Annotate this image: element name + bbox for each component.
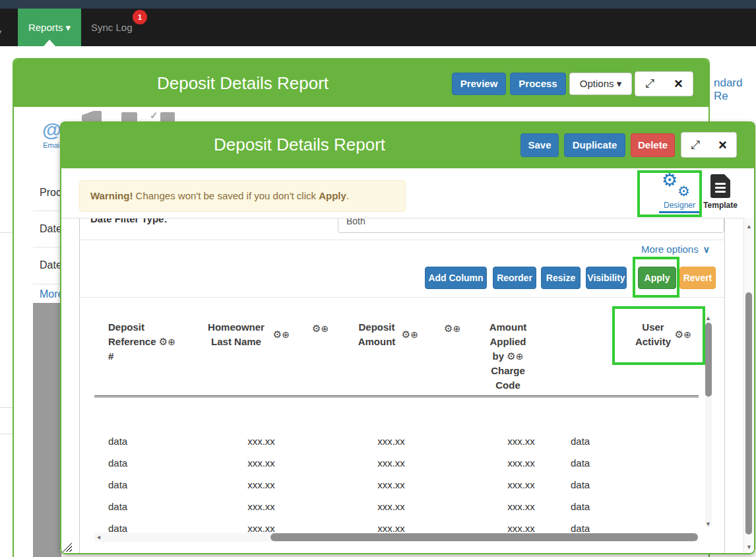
expand-icon[interactable]: ⤢	[645, 77, 654, 90]
table-cell: xxx.xx	[228, 500, 294, 513]
table-body: dataxxx.xxxxx.xxxxx.xxdatadataxxx.xxxxx.…	[61, 218, 743, 553]
separator	[33, 211, 63, 211]
file-line	[715, 187, 726, 189]
tab-designer[interactable]: Designer	[658, 201, 701, 210]
caret-down-icon: ▾	[66, 22, 71, 33]
scroll-down-icon[interactable]: ▼	[705, 521, 711, 527]
screen: ▾ Reports ▾ Sync Log 1 ndard Re Deposit …	[0, 0, 756, 557]
warning-prefix: Warning!	[90, 190, 133, 201]
delete-button[interactable]: Delete	[631, 133, 675, 157]
table-cell: data	[108, 435, 127, 448]
table-cell: data	[571, 500, 590, 513]
options-dropdown-button[interactable]: Options ▾	[569, 73, 632, 95]
designer-gear-icon[interactable]: ⚙	[662, 172, 677, 189]
separator	[33, 247, 63, 247]
separator	[33, 284, 63, 284]
top-title-bar	[0, 0, 756, 9]
page-line	[0, 407, 13, 408]
options-label: Options	[580, 78, 614, 89]
table-cell: xxx.xx	[358, 500, 424, 513]
background-standard-reports-link[interactable]: ndard Re	[714, 77, 756, 103]
inner-report-modal: Deposit Details Report Save Duplicate De…	[60, 121, 755, 554]
nav-tab-sync-log[interactable]: Sync Log	[91, 9, 133, 46]
active-tab-notch	[44, 40, 55, 46]
table-cell: data	[108, 457, 127, 470]
inner-window-controls: ⤢ ×	[681, 132, 737, 158]
inner-modal-header: Deposit Details Report Save Duplicate De…	[60, 121, 755, 168]
scroll-up-icon[interactable]: ▲	[705, 315, 711, 321]
table-vertical-scrollbar-thumb[interactable]	[705, 323, 712, 397]
main-navbar: ▾ Reports ▾ Sync Log 1	[0, 9, 756, 46]
table-cell: xxx.xx	[358, 478, 424, 492]
outer-field-label-date1: Date	[40, 223, 62, 235]
table-cell: xxx.xx	[488, 478, 554, 492]
outer-modal-header: Deposit Details Report Preview Process O…	[14, 59, 709, 107]
process-button[interactable]: Process	[510, 73, 566, 95]
email-at-icon[interactable]: @	[42, 119, 61, 141]
file-line	[715, 183, 726, 185]
outer-gray-panel	[33, 303, 61, 557]
table-row: dataxxx.xxxxx.xxxxx.xxdata	[61, 500, 743, 513]
table-cell: xxx.xx	[228, 478, 294, 492]
file-fold-shadow	[724, 175, 729, 180]
scroll-down-icon[interactable]: ▼	[746, 544, 752, 550]
table-row: dataxxx.xxxxx.xxxxx.xxdata	[61, 457, 743, 470]
designer-active-underline	[659, 211, 700, 213]
table-cell: xxx.xx	[228, 435, 294, 448]
table-cell: xxx.xx	[358, 457, 424, 470]
duplicate-button[interactable]: Duplicate	[564, 133, 625, 157]
nav-tab-reports[interactable]: Reports ▾	[18, 9, 81, 46]
table-cell: xxx.xx	[358, 435, 424, 448]
nav-caret-icon[interactable]: ▾	[0, 27, 2, 37]
table-cell: data	[571, 478, 590, 492]
reports-label: Reports	[28, 22, 63, 33]
page-line	[0, 434, 13, 434]
designer-gear-icon-small[interactable]: ⚙	[677, 184, 690, 198]
file-line	[715, 191, 726, 193]
warning-body: Changes won't be saved if you don't clic…	[133, 190, 319, 201]
table-row: dataxxx.xxxxx.xxxxx.xxdata	[61, 435, 743, 448]
caret-down-icon: ▾	[617, 78, 622, 89]
table-cell: xxx.xx	[488, 435, 554, 448]
table-cell: data	[571, 435, 590, 448]
sync-log-badge: 1	[133, 10, 147, 24]
table-cell: data	[108, 478, 127, 492]
table-cell: xxx.xx	[488, 500, 554, 513]
inner-modal-title: Deposit Details Report	[60, 121, 539, 168]
modal-vertical-scrollbar-thumb[interactable]	[745, 292, 752, 535]
tab-template[interactable]: Template	[701, 201, 740, 210]
table-row: dataxxx.xxxxx.xxxxx.xxdata	[61, 478, 743, 492]
table-cell: xxx.xx	[488, 457, 554, 470]
close-icon[interactable]: ×	[718, 137, 727, 154]
close-icon[interactable]: ×	[674, 75, 683, 92]
table-cell: data	[108, 500, 127, 513]
scroll-up-icon[interactable]: ▲	[746, 223, 752, 230]
preview-button[interactable]: Preview	[452, 73, 506, 95]
warning-suffix: .	[346, 190, 349, 201]
outer-modal-title: Deposit Details Report	[14, 59, 472, 107]
table-cell: data	[571, 457, 590, 470]
save-button[interactable]: Save	[520, 133, 559, 157]
template-file-icon[interactable]	[710, 174, 730, 198]
expand-icon[interactable]: ⤢	[691, 139, 700, 152]
page-line	[0, 232, 13, 233]
outer-field-label-process: Proc	[40, 187, 61, 199]
table-horizontal-scrollbar-thumb[interactable]	[270, 533, 698, 541]
table-cell: xxx.xx	[228, 457, 294, 470]
scroll-left-icon[interactable]: ◄	[96, 534, 102, 541]
outer-window-controls: ⤢ ×	[635, 71, 693, 96]
outer-field-label-date2: Date	[40, 259, 62, 271]
warning-action: Apply	[319, 190, 346, 201]
warning-banner: Warning! Changes won't be saved if you d…	[79, 180, 406, 212]
check-message-icon[interactable]: ✓	[150, 110, 158, 121]
designer-scroll-area: Date Filter Type: Both More options ∨ Ad…	[61, 218, 743, 553]
